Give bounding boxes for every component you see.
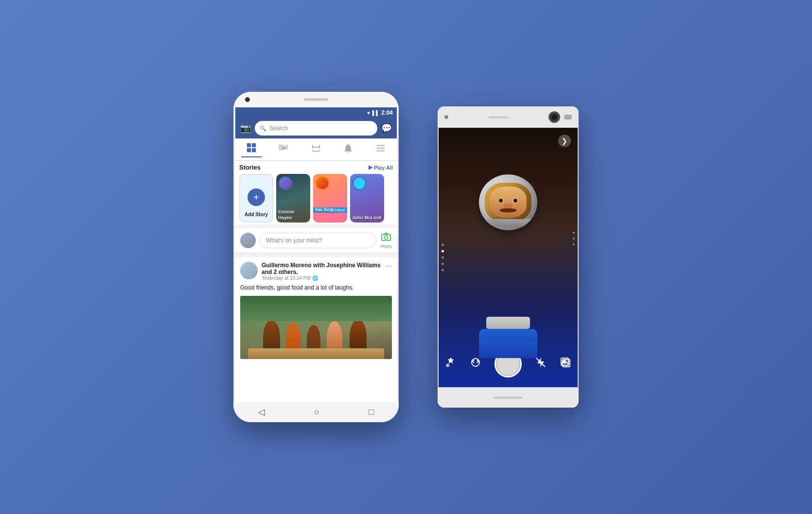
svg-rect-3 — [252, 148, 256, 152]
post-image — [240, 296, 392, 359]
earpiece-speaker — [304, 98, 328, 101]
globe-icon: 🌐 — [312, 275, 318, 281]
nav-menu[interactable] — [371, 142, 391, 157]
suit-body — [479, 329, 537, 358]
facebook-header: 📷 🔍 Search 💬 — [235, 118, 397, 138]
svg-rect-1 — [252, 143, 256, 147]
suit-collar — [486, 317, 530, 329]
photo-icon — [381, 232, 391, 243]
story-avatar-john — [353, 176, 366, 190]
search-placeholder: Search — [269, 125, 288, 132]
front-camera — [548, 111, 560, 123]
camera-screen: ❯ — [439, 128, 578, 387]
post-author-name: Guillermo Moreno with Josephine Williams… — [262, 262, 382, 275]
status-bar: ▼ ▌▌ 2:04 — [235, 107, 397, 118]
face-eyes — [493, 198, 523, 204]
front-camera — [245, 97, 250, 102]
svg-rect-5 — [377, 145, 385, 146]
sony-bottom-bar — [438, 387, 579, 408]
add-story-label: Add Story — [245, 212, 268, 218]
post-meta: Guillermo Moreno with Josephine Williams… — [262, 262, 382, 281]
nav-notifications[interactable] — [338, 142, 358, 157]
face-mouth — [499, 207, 517, 213]
svg-rect-2 — [247, 148, 251, 152]
photo-label: Photo — [380, 244, 392, 249]
camera-right-indicators — [573, 232, 575, 245]
story-avatar-connor — [279, 176, 292, 190]
svg-rect-7 — [377, 151, 385, 152]
indicator-dot — [441, 244, 444, 246]
post-author-avatar — [240, 262, 258, 279]
next-button[interactable]: ❯ — [558, 135, 571, 147]
play-all-button[interactable]: ▶ Play All — [369, 164, 393, 171]
stories-row: + Add Story Connor Hayes New Avatar Effe… — [239, 174, 393, 223]
composer-input[interactable]: What's on your mind? — [260, 233, 376, 248]
indicator-dot-active — [441, 250, 444, 253]
story-label-kai: Kai Ding — [315, 206, 345, 212]
post-text: Good friends, good food and a lot of lau… — [240, 284, 392, 292]
status-time: 2:04 — [381, 109, 393, 116]
recent-button[interactable]: □ — [369, 407, 374, 417]
story-avatar-kai — [316, 176, 329, 190]
sony-top-bar — [438, 106, 579, 128]
camera-side-indicators — [441, 244, 444, 272]
android-top-bar — [233, 92, 399, 107]
flip-camera-button[interactable] — [470, 357, 481, 371]
stories-title: Stories — [239, 164, 261, 171]
current-user-avatar — [240, 233, 256, 248]
signal-icon: ▌▌ — [372, 110, 379, 116]
story-label-connor: Connor Hayes — [278, 209, 308, 220]
story-label-john: John McLord — [352, 215, 382, 220]
stories-section: Stories ▶ Play All + Add Story Connor — [235, 161, 397, 224]
android-screen: ▼ ▌▌ 2:04 📷 🔍 Search 💬 — [235, 107, 397, 402]
right-indicator-dot — [573, 243, 575, 245]
gallery-button[interactable] — [560, 357, 571, 371]
wifi-icon: ▼ — [366, 110, 371, 116]
back-button[interactable]: ◁ — [258, 407, 265, 417]
play-icon: ▶ — [369, 164, 372, 171]
nav-marketplace[interactable] — [306, 142, 326, 157]
navigation-bar — [235, 138, 397, 161]
eye-left — [498, 198, 504, 204]
status-icons: ▼ ▌▌ — [366, 110, 379, 116]
story-card-john[interactable]: John McLord — [350, 174, 384, 223]
stories-header: Stories ▶ Play All — [239, 164, 393, 171]
post-header: Guillermo Moreno with Josephine Williams… — [240, 262, 392, 281]
messenger-button[interactable]: 💬 — [381, 123, 392, 134]
photo-button[interactable]: Photo — [380, 232, 392, 249]
post-composer: What's on your mind? Photo — [235, 224, 397, 253]
effects-button[interactable] — [445, 357, 457, 371]
eye-right — [512, 198, 518, 204]
nav-watch[interactable] — [274, 142, 294, 157]
flash-sensor — [564, 115, 572, 120]
add-story-icon: + — [247, 188, 265, 206]
camera-button[interactable]: 📷 — [240, 123, 251, 134]
story-card-connor[interactable]: Connor Hayes — [276, 174, 310, 223]
bottom-speaker — [494, 396, 523, 399]
camera-viewfinder: ❯ — [439, 128, 578, 387]
flash-button[interactable] — [535, 357, 547, 371]
post-more-button[interactable]: ··· — [386, 262, 392, 271]
nav-news-feed[interactable] — [241, 141, 262, 157]
search-bar[interactable]: 🔍 Search — [255, 121, 377, 136]
story-card-kai[interactable]: New Avatar Effect! Kai Ding — [313, 174, 347, 223]
chevron-right-icon: ❯ — [562, 137, 567, 145]
phone-android: ▼ ▌▌ 2:04 📷 🔍 Search 💬 — [233, 92, 399, 422]
home-button[interactable]: ○ — [314, 407, 319, 417]
right-indicator-dot — [573, 232, 575, 234]
right-indicator-dot — [573, 238, 575, 240]
search-icon: 🔍 — [260, 125, 266, 132]
indicator-dot — [441, 269, 444, 272]
indicator-dot — [441, 257, 444, 259]
feed-post: Guillermo Moreno with Josephine Williams… — [235, 253, 397, 402]
add-story-card[interactable]: + Add Story — [239, 174, 273, 223]
svg-rect-0 — [247, 143, 251, 147]
composer-placeholder: What's on your mind? — [266, 237, 322, 244]
svg-point-9 — [385, 236, 388, 239]
svg-rect-6 — [377, 148, 385, 149]
indicator-dot — [441, 263, 444, 265]
post-time: Yesterday at 10:14 PM 🌐 — [262, 275, 382, 281]
android-navigation: ◁ ○ □ — [233, 402, 399, 422]
phone-sony: ❯ — [438, 106, 579, 408]
light-sensor — [444, 115, 448, 119]
